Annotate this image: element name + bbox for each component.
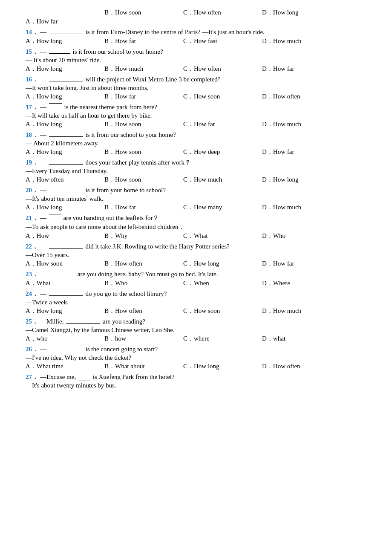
option-d-20: D．How much <box>262 203 341 211</box>
question-block-13-cont: B．How soon C．How often D．How long A．How … <box>26 9 375 26</box>
question-block-14: 14． — is it from Euro-Disney to the cent… <box>26 28 375 45</box>
answer-row-13a: A．How far <box>26 17 375 26</box>
question-line-23: 23． are you doing here, baby? You must g… <box>26 270 375 278</box>
response-27: —It's about twenty minutes by bus. <box>26 382 375 389</box>
answer-line-19: A．How often B．How soon C．How much D．How … <box>26 176 375 184</box>
question-num-22: 22． <box>26 243 38 251</box>
question-block-26: 26． — is the concert going to start? —I'… <box>26 345 375 370</box>
question-line-21: 21． — are you handing out the leaflets f… <box>26 214 375 222</box>
question-block-27: 27． —Excuse me, is Xuefeng Park from the… <box>26 373 375 389</box>
question-line-22: 22． — did it take J.K. Rowling to write … <box>26 243 375 251</box>
question-block-22: 22． — did it take J.K. Rowling to write … <box>26 243 375 268</box>
question-line-15: 15． — is it from our school to your home… <box>26 48 375 56</box>
blank-16 <box>49 81 83 81</box>
question-block-20: 20． — is it from your home to school? —I… <box>26 186 375 211</box>
option-c-15: C．How often <box>183 65 262 73</box>
option-b-22: B．How often <box>104 260 183 268</box>
option-b-23: B．Who <box>104 279 183 287</box>
question-num-17: 17． <box>26 103 38 111</box>
question-text-14: — is it from Euro-Disney to the centre o… <box>40 29 375 36</box>
question-line-14: 14． — is it from Euro-Disney to the cent… <box>26 28 375 36</box>
question-text-22: — did it take J.K. Rowling to write the … <box>40 243 375 250</box>
question-num-19: 19． <box>26 159 38 167</box>
response-25: —Camel Xiangzi, by the famous Chinese wr… <box>26 327 375 334</box>
question-text-18: — is it from our school to your home? <box>40 131 375 139</box>
answer-line-14: A．How long B．How far C．How fast D．How mu… <box>26 37 375 45</box>
question-block-23: 23． are you doing here, baby? You must g… <box>26 270 375 287</box>
question-block-24: 24． — do you go to the school library? —… <box>26 290 375 315</box>
option-d-26: D．How often <box>262 362 341 370</box>
option-b-26: B．What about <box>104 362 183 370</box>
blank-17 <box>49 103 62 111</box>
response-16: —It won't take long. Just in about three… <box>26 84 375 92</box>
question-block-19: 19． — does your father play tennis after… <box>26 159 375 184</box>
option-a-14: A．How long <box>26 37 104 45</box>
question-num-21: 21． <box>26 214 38 222</box>
question-text-26: — is the concert going to start? <box>40 346 375 353</box>
question-text-25: —Millie, are you reading? <box>40 318 375 325</box>
option-d-15: D．How far <box>262 65 341 73</box>
answer-line-20: A．How long B．How far C．How many D．How mu… <box>26 203 375 211</box>
option-d: D．How long <box>262 9 341 17</box>
question-num-14: 14． <box>26 28 38 36</box>
option-a-18: A．How long <box>26 148 104 156</box>
blank-24 <box>49 295 83 296</box>
question-text-27: —Excuse me, is Xuefeng Park from the hot… <box>40 373 375 381</box>
option-c-24: C．How soon <box>183 307 262 315</box>
question-num-24: 24． <box>26 290 38 298</box>
blank-14 <box>49 34 83 34</box>
option-a-17: A．How long <box>26 120 104 128</box>
answer-line-25: A．who B．how C．where D．what <box>26 335 375 343</box>
answer-line-23: A．What B．Who C．When D．Where <box>26 279 375 287</box>
option-d-22: D．How far <box>262 260 341 268</box>
question-block-16: 16． — will the project of Wuxi Metro Lin… <box>26 75 375 101</box>
question-block-18: 18． — is it from our school to your home… <box>26 131 375 156</box>
question-block-15: 15． — is it from our school to your home… <box>26 48 375 73</box>
option-c-14: C．How fast <box>183 37 262 45</box>
response-24: —Twice a week. <box>26 299 375 306</box>
blank-23 <box>41 276 75 276</box>
option-d-23: D．Where <box>262 279 341 287</box>
option-d-18: D．How far <box>262 148 341 156</box>
question-text-23: are you doing here, baby? You must go to… <box>40 271 375 278</box>
question-line-27: 27． —Excuse me, is Xuefeng Park from the… <box>26 373 375 381</box>
question-line-20: 20． — is it from your home to school? <box>26 186 375 194</box>
option-d-21: D．Who <box>262 232 341 240</box>
answer-line-17: A．How long B．How soon C．How far D．How mu… <box>26 120 375 128</box>
question-num-20: 20． <box>26 186 38 194</box>
option-c-18: C．How deep <box>183 148 262 156</box>
option-c-16: C．How soon <box>183 92 262 101</box>
option-d-25: D．what <box>262 335 341 343</box>
option-c-23: C．When <box>183 279 262 287</box>
answer-line-18: A．How long B．How soon C．How deep D．How f… <box>26 148 375 156</box>
question-line-19: 19． — does your father play tennis after… <box>26 159 375 167</box>
question-text-21: — are you handing out the leaflets for？ <box>40 214 375 222</box>
question-num-16: 16． <box>26 75 38 84</box>
option-b-14: B．How far <box>104 37 183 45</box>
option-c-19: C．How much <box>183 176 262 184</box>
option-d-24: D．How much <box>262 307 341 315</box>
question-num-26: 26． <box>26 345 38 353</box>
worksheet: B．How soon C．How often D．How long A．How … <box>26 9 375 389</box>
option-d-14: D．How much <box>262 37 341 45</box>
option-d-17: D．How much <box>262 120 341 128</box>
response-17: —It will take us half an hour to get the… <box>26 112 375 119</box>
blank-26 <box>49 351 83 351</box>
option-a-25: A．who <box>26 335 104 343</box>
answer-line-24: A．How long B．How often C．How soon D．How … <box>26 307 375 315</box>
question-line-18: 18． — is it from our school to your home… <box>26 131 375 139</box>
response-18: — About 2 kilometers away. <box>26 140 375 147</box>
question-text-15: — is it from our school to your home? <box>40 48 375 55</box>
question-line-24: 24． — do you go to the school library? <box>26 290 375 298</box>
option-a-22: A．How soon <box>26 260 104 268</box>
option-a-19: A．How often <box>26 176 104 184</box>
option-b-19: B．How soon <box>104 176 183 184</box>
option-d-16: D．How often <box>262 92 341 101</box>
option-b-21: B．Why <box>104 232 183 240</box>
blank-22 <box>49 248 83 249</box>
answer-line-15: A．How long B．How much C．How often D．How … <box>26 65 375 73</box>
option-a-24: A．How long <box>26 307 104 315</box>
option-a-13: A．How far <box>26 17 104 26</box>
response-19: —Every Tuesday and Thursday. <box>26 168 375 175</box>
question-line-26: 26． — is the concert going to start? <box>26 345 375 353</box>
